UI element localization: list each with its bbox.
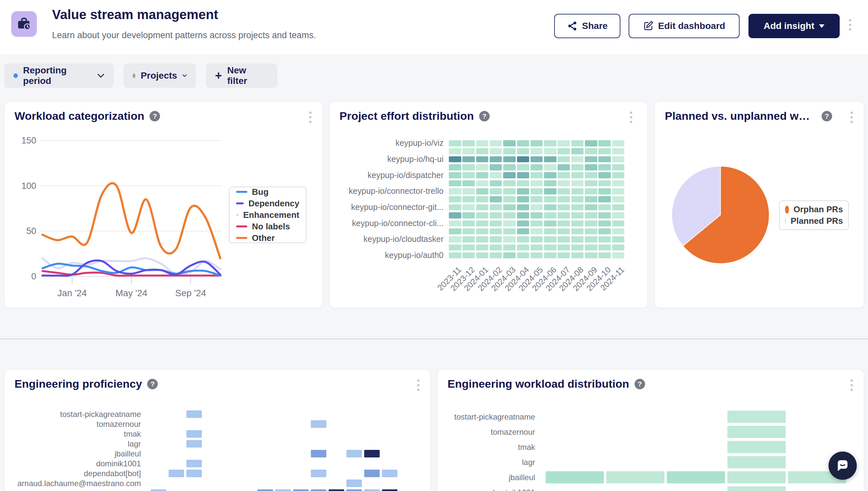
card-overflow-menu[interactable]: [309, 112, 311, 123]
heatmap-cell: [517, 164, 530, 171]
share-button[interactable]: Share: [554, 14, 620, 38]
heatmap-cell: [544, 221, 557, 227]
heatmap-cell: [517, 252, 530, 259]
page-header: Value stream management Learn about your…: [0, 0, 868, 54]
help-icon[interactable]: [147, 379, 158, 389]
heatmap-cell: [489, 164, 502, 171]
legend-item-enhancement[interactable]: Enhancement: [236, 210, 299, 220]
svg-text:Jan '24: Jan '24: [57, 288, 87, 298]
heatmap-cell: [558, 212, 570, 219]
heatmap-cell: [382, 489, 397, 491]
heatmap-cell: [612, 188, 625, 195]
legend-item-planned-prs[interactable]: Planned PRs: [785, 216, 843, 226]
heatmap-cell: [612, 228, 625, 235]
heatmap-cell: [558, 228, 570, 235]
card-planned-vs-unplanned: Orphan PRsPlanned PRs Planned vs. unplan…: [654, 102, 864, 308]
card-overflow-menu[interactable]: [630, 112, 632, 123]
heatmap-cell: [449, 196, 461, 202]
plus-icon: +: [215, 71, 222, 80]
heatmap-cell: [530, 180, 543, 186]
heatmap-cell: [517, 156, 530, 163]
header-overflow-menu[interactable]: [849, 19, 851, 31]
card-overflow-menu[interactable]: [417, 379, 420, 391]
new-filter-button[interactable]: + New filter: [206, 63, 277, 88]
legend-label: Other: [252, 233, 275, 243]
card-overflow-menu[interactable]: [850, 112, 853, 123]
heatmap-cell: [503, 140, 516, 146]
heatmap-cell: [598, 188, 611, 195]
legend-dot: [785, 206, 789, 213]
help-icon[interactable]: [149, 111, 160, 121]
heatmap-cell: [558, 156, 570, 163]
heatmap-cell: [476, 140, 489, 146]
heatmap-cell: [598, 221, 611, 227]
heatmap-cell: [449, 172, 461, 178]
heatmap-cell: [151, 489, 166, 491]
heatmap-cell: [346, 489, 362, 491]
heatmap-cell: [571, 164, 584, 171]
help-icon[interactable]: [635, 379, 645, 389]
heatmap-cell: [612, 196, 625, 202]
heatmap-row-label: keypup-io/connector-trello: [330, 186, 444, 196]
filter-projects[interactable]: Projects: [123, 63, 196, 88]
heatmap-cell: [186, 460, 202, 467]
heatmap-cell: [476, 156, 489, 163]
heatmap-cell: [585, 221, 597, 227]
heatmap-cell: [503, 164, 516, 171]
heatmap-cell: [346, 480, 362, 487]
heatmap-cell: [462, 228, 475, 235]
heatmap-cell: [598, 212, 611, 219]
legend-label: Enhancement: [243, 210, 300, 220]
heatmap-cell: [571, 140, 584, 146]
filter-reporting-period[interactable]: Reporting period: [4, 63, 114, 88]
heatmap-cell: [571, 196, 584, 202]
heatmap-cell: [503, 148, 516, 154]
chat-bubble-icon: [835, 458, 850, 473]
heatmap-cell: [530, 188, 543, 195]
heatmap-cell: [449, 164, 461, 171]
heatmap-cell: [530, 148, 543, 154]
heatmap-cell: [606, 471, 665, 484]
edit-dashboard-button[interactable]: Edit dashboard: [628, 14, 739, 38]
heatmap-cell: [449, 204, 461, 211]
heatmap-cell: [612, 140, 625, 146]
heatmap-cell: [571, 236, 584, 242]
heatmap-cell: [462, 164, 475, 171]
heatmap-cell: [449, 212, 461, 219]
card-project-effort-distribution: keypup-io/vizkeypup-io/hq-uikeypup-io/di…: [329, 102, 648, 308]
heatmap-row-label: jbailleul: [438, 473, 535, 482]
heatmap-cell: [558, 221, 570, 227]
add-insight-button[interactable]: Add insight: [749, 14, 840, 38]
legend-item-bug[interactable]: Bug: [236, 187, 299, 197]
heatmap-cell: [462, 212, 475, 219]
heatmap-cell: [517, 244, 530, 251]
heatmap-row-label: tostart-pickagreatname: [438, 412, 535, 422]
help-icon[interactable]: [821, 111, 832, 121]
heatmap-cell: [727, 471, 786, 484]
heatmap-cell: [462, 156, 475, 163]
heatmap-cell: [169, 470, 184, 477]
help-icon[interactable]: [479, 111, 489, 121]
briefcase-clock-icon: [17, 17, 32, 32]
heatmap-cell: [571, 172, 584, 178]
legend-item-other[interactable]: Other: [236, 233, 299, 243]
heatmap-cell: [558, 236, 570, 242]
heatmap-cell: [517, 140, 530, 146]
heatmap-cell: [503, 212, 516, 219]
heatmap-cell: [544, 156, 557, 163]
heatmap-cell: [503, 196, 516, 202]
legend-item-dependency[interactable]: Dependency: [236, 198, 299, 209]
heatmap-cell: [489, 244, 502, 251]
workspace-icon: [11, 11, 37, 37]
heatmap-cell: [585, 148, 597, 154]
card-overflow-menu[interactable]: [850, 379, 853, 391]
legend-label: Orphan PRs: [793, 204, 843, 214]
legend-item-orphan-prs[interactable]: Orphan PRs: [785, 204, 843, 214]
share-button-label: Share: [582, 21, 608, 31]
heatmap-row-label: lagr: [438, 458, 535, 467]
heatmap-cell: [489, 180, 502, 186]
heatmap-cell: [612, 164, 625, 171]
legend-item-no-labels[interactable]: No labels: [236, 222, 299, 232]
chat-launcher-button[interactable]: [829, 452, 857, 480]
project-effort-distribution-chart: keypup-io/vizkeypup-io/hq-uikeypup-io/di…: [330, 102, 647, 308]
